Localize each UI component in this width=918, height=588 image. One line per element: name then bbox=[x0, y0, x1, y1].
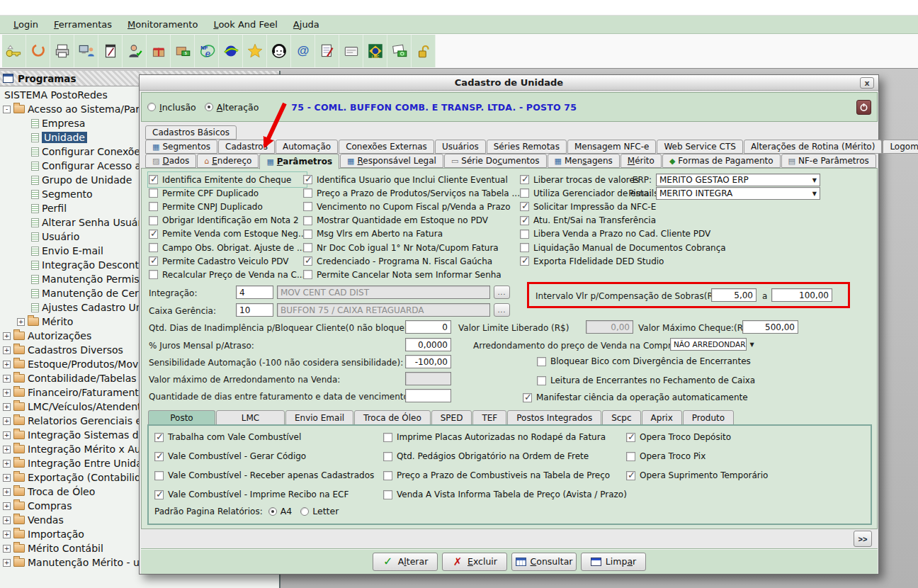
posto-checkbox[interactable]: Opera Troco Depósito bbox=[626, 432, 768, 442]
checkbox-icon[interactable] bbox=[626, 471, 635, 480]
subtab[interactable]: Troca de Óleo bbox=[354, 410, 431, 425]
menu-item[interactable]: Ajuda bbox=[285, 17, 327, 32]
subtab[interactable]: SPED bbox=[431, 410, 472, 425]
toolbar-button-favorites[interactable] bbox=[243, 35, 267, 67]
tab[interactable]: ▦Parâmetros bbox=[259, 154, 339, 169]
tree-expand-toggle[interactable]: + bbox=[3, 488, 11, 496]
tab[interactable]: Séries Remotas bbox=[487, 140, 567, 154]
tab[interactable]: ▦Responsável Legal bbox=[340, 154, 443, 168]
action-button[interactable]: Consultar bbox=[511, 553, 577, 571]
posto-checkbox[interactable]: Qtd. Pedágios Obrigatório na Ordem de Fr… bbox=[383, 451, 627, 461]
param-checkbox[interactable]: Libera Venda a Prazo no Cad. Cliente PDV bbox=[520, 227, 726, 241]
posto-checkbox[interactable]: Venda A Vista Informa Tabela de Preço (A… bbox=[383, 490, 627, 499]
inadimplencia-field[interactable]: 0 bbox=[405, 320, 451, 334]
checkbox-icon[interactable] bbox=[303, 270, 312, 279]
tree-expand-toggle[interactable]: + bbox=[3, 460, 11, 468]
toolbar-button-notepad[interactable] bbox=[98, 35, 123, 67]
param-checkbox[interactable]: Obrigar Identificação em Nota 2 bbox=[149, 214, 306, 227]
checkbox-icon[interactable] bbox=[303, 188, 312, 198]
tree-expand-toggle[interactable]: + bbox=[3, 375, 11, 383]
radio-icon[interactable] bbox=[300, 507, 309, 516]
checkbox-icon[interactable] bbox=[149, 216, 158, 225]
subtab[interactable]: Postos Integrados bbox=[507, 410, 601, 425]
leitura-checkbox[interactable]: Leitura de Encerrantes no Fechamento de … bbox=[537, 375, 755, 385]
menu-item[interactable]: Ferramentas bbox=[46, 17, 120, 32]
toolbar-button-login[interactable] bbox=[2, 35, 26, 67]
toolbar-button-brazil[interactable] bbox=[219, 35, 243, 67]
toolbar-button-card[interactable] bbox=[339, 35, 363, 67]
param-checkbox[interactable]: Atu. Ent/Sai na Transferência bbox=[520, 214, 726, 227]
tree-expand-toggle[interactable]: - bbox=[3, 106, 11, 113]
checkbox-icon[interactable] bbox=[149, 188, 158, 198]
close-icon[interactable]: x bbox=[860, 77, 874, 89]
posto-checkbox[interactable]: Preço a Prazo de Combustiveis na Tabela … bbox=[383, 470, 627, 480]
action-button[interactable]: Alterar bbox=[373, 553, 438, 571]
checkbox-icon[interactable] bbox=[523, 393, 532, 402]
subtab[interactable]: Scpc bbox=[602, 410, 640, 425]
subtab[interactable]: Produto bbox=[683, 410, 734, 425]
tree-expand-toggle[interactable]: + bbox=[3, 474, 11, 482]
checkbox-icon[interactable] bbox=[154, 471, 164, 480]
radio-icon[interactable] bbox=[268, 507, 277, 516]
tree-expand-toggle[interactable]: + bbox=[3, 531, 11, 538]
action-button[interactable]: Excluir bbox=[442, 553, 507, 571]
tab[interactable]: Mensagem NFC-e bbox=[567, 140, 656, 154]
toolbar-button-package-money[interactable]: $ bbox=[171, 35, 195, 67]
action-button[interactable]: Limpar bbox=[581, 553, 646, 571]
checkbox-icon[interactable] bbox=[626, 433, 635, 442]
checkbox-icon[interactable] bbox=[154, 433, 164, 442]
integracao-browse-button[interactable]: ... bbox=[494, 285, 510, 299]
tab[interactable]: Logomarcas bbox=[883, 140, 918, 154]
param-checkbox[interactable]: Recalcular Preço de Venda na C... bbox=[149, 268, 306, 281]
subtab[interactable]: TEF bbox=[472, 410, 506, 425]
param-checkbox[interactable]: Permite CNPJ Duplicado bbox=[149, 200, 306, 213]
checkbox-icon[interactable] bbox=[154, 490, 164, 499]
param-checkbox[interactable]: Preço a Prazo de Produtos/Serviços na Ta… bbox=[303, 186, 520, 200]
checkbox-icon[interactable] bbox=[383, 490, 392, 499]
posto-checkbox[interactable]: Trabalha com Vale Combustível bbox=[154, 432, 374, 442]
param-checkbox[interactable]: Pemite Venda com Estoque Neg... bbox=[149, 227, 306, 241]
checkbox-icon[interactable] bbox=[303, 243, 312, 252]
checkbox-icon[interactable] bbox=[149, 270, 158, 279]
tab[interactable]: Alterações de Rotina (Mérito) bbox=[744, 140, 883, 154]
posto-checkbox[interactable]: Vale Combustível - Receber apenas Cadast… bbox=[154, 470, 374, 480]
checkbox-icon[interactable] bbox=[520, 216, 529, 225]
tree-expand-toggle[interactable]: + bbox=[17, 318, 25, 326]
checkbox-icon[interactable] bbox=[383, 471, 392, 480]
tree-expand-toggle[interactable]: + bbox=[3, 516, 11, 524]
param-checkbox[interactable]: Nr Doc Cob igual 1° Nr Nota/Cupom Fatura bbox=[303, 241, 520, 254]
tab[interactable]: ▨Dados bbox=[145, 154, 196, 168]
posto-checkbox[interactable]: Vale Combustível - Gerar Código bbox=[154, 451, 374, 461]
tab[interactable]: Cadastros bbox=[218, 140, 275, 154]
checkbox-icon[interactable] bbox=[520, 202, 529, 211]
pista-select[interactable]: MERITO INTEGRA bbox=[656, 187, 820, 200]
toolbar-button-workstation[interactable] bbox=[74, 35, 98, 67]
checkbox-icon[interactable] bbox=[520, 256, 529, 266]
checkbox-icon[interactable] bbox=[626, 452, 635, 461]
checkbox-icon[interactable] bbox=[303, 230, 312, 239]
tree-expand-toggle[interactable]: + bbox=[3, 403, 11, 411]
toolbar-button-lmc[interactable]: LMC bbox=[363, 35, 387, 67]
record-status-button[interactable] bbox=[856, 100, 871, 115]
checkbox-icon[interactable] bbox=[149, 230, 158, 239]
tree-expand-toggle[interactable]: + bbox=[3, 446, 11, 453]
param-checkbox[interactable]: Identifica Emitente do Cheque bbox=[149, 173, 306, 186]
tab[interactable]: ▦Mensagens bbox=[548, 154, 620, 168]
param-checkbox[interactable]: Permite Cadastro Veiculo PDV bbox=[149, 254, 306, 268]
tab[interactable]: ▭Série Documentos bbox=[444, 154, 547, 168]
param-checkbox[interactable]: Identifica Usuario que Inclui Cliente Ev… bbox=[303, 173, 520, 186]
qtd-dias-fat-field[interactable] bbox=[405, 389, 451, 402]
cheque-field[interactable]: 500,00 bbox=[742, 320, 798, 334]
toolbar-button-gift[interactable] bbox=[147, 35, 171, 67]
checkbox-icon[interactable] bbox=[303, 256, 312, 266]
tab[interactable]: ⌂Endereço bbox=[197, 154, 259, 168]
posto-checkbox[interactable]: Opera Suprimento Temporário bbox=[626, 470, 768, 480]
toolbar-button-nfe[interactable]: NFe bbox=[195, 35, 219, 67]
param-checkbox[interactable]: Permite Cancelar Nota sem Informar Senha bbox=[303, 268, 520, 281]
tab[interactable]: Mérito bbox=[620, 154, 662, 168]
tab[interactable]: Usuários bbox=[435, 140, 486, 154]
subtab[interactable]: Envio Email bbox=[285, 410, 353, 425]
toolbar-button-notes[interactable] bbox=[315, 35, 339, 67]
toolbar-button-user-check[interactable] bbox=[123, 35, 147, 67]
checkbox-icon[interactable] bbox=[520, 243, 529, 252]
